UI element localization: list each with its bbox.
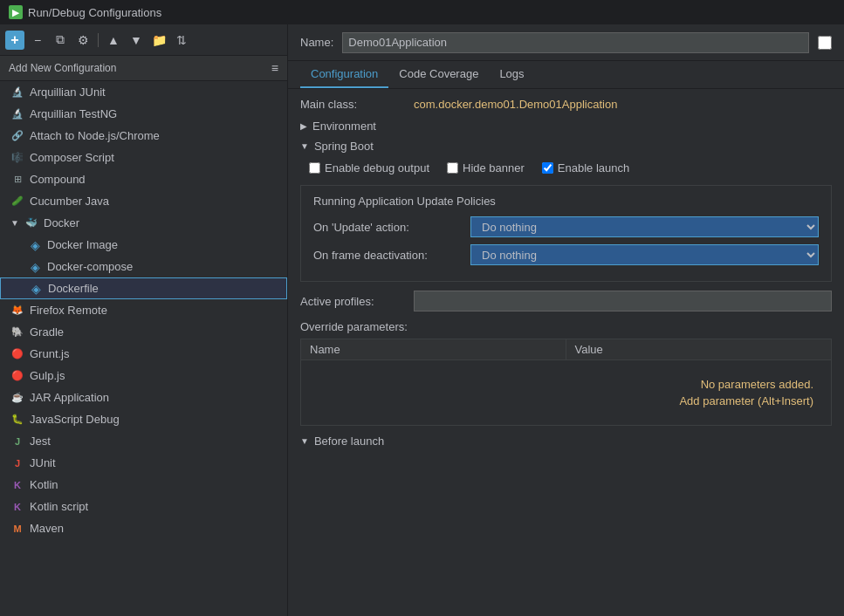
sidebar-item-firefox-remote[interactable]: 🦊 Firefox Remote	[0, 299, 287, 321]
spring-boot-arrow: ▼	[300, 141, 309, 151]
arquillian-junit-icon: 🔬	[10, 86, 24, 99]
enable-debug-checkbox[interactable]	[309, 162, 320, 174]
sidebar-item-maven[interactable]: M Maven	[0, 517, 287, 539]
sidebar-item-jar-application[interactable]: ☕ JAR Application	[0, 387, 287, 408]
add-param-link[interactable]: Add parameter (Alt+Insert)	[319, 394, 813, 407]
settings-button[interactable]: ⚙	[73, 31, 93, 50]
sidebar-item-docker-compose[interactable]: ◈ Docker-compose	[0, 256, 287, 277]
sidebar-item-javascript-debug[interactable]: 🐛 JavaScript Debug	[0, 408, 287, 430]
tab-logs[interactable]: Logs	[489, 61, 534, 88]
maven-icon: M	[10, 522, 24, 536]
sidebar-item-grunt[interactable]: 🔴 Grunt.js	[0, 343, 287, 365]
title-bar: ▶ Run/Debug Configurations	[0, 0, 844, 24]
sidebar-item-junit[interactable]: J JUnit	[0, 452, 287, 474]
separator	[98, 33, 99, 47]
params-empty-area: No parameters added. Add parameter (Alt+…	[301, 360, 831, 425]
environment-label: Environment	[312, 120, 376, 133]
sidebar-item-label: Arquillian TestNG	[30, 107, 117, 120]
sidebar-item-label: Firefox Remote	[30, 304, 107, 317]
environment-section[interactable]: ▶ Environment	[300, 120, 832, 133]
sidebar-item-dockerfile[interactable]: ◈ Dockerfile	[0, 277, 287, 299]
override-params-section: Override parameters: Name Value No param…	[300, 320, 832, 426]
add-config-button[interactable]: +	[5, 31, 24, 50]
jar-icon: ☕	[10, 391, 24, 405]
sidebar-item-label: Kotlin	[30, 478, 58, 491]
update-action-dropdown[interactable]: Do nothing	[470, 216, 819, 237]
sidebar-item-label: Grunt.js	[30, 347, 70, 360]
frame-deactivation-row: On frame deactivation: Do nothing	[313, 244, 819, 265]
app-icon: ▶	[9, 5, 23, 19]
value-column-header: Value	[566, 339, 832, 359]
environment-arrow: ▶	[300, 121, 307, 131]
sidebar-item-docker[interactable]: ▼ 🐳 Docker	[0, 212, 287, 234]
tabs-bar: Configuration Code Coverage Logs	[288, 61, 844, 89]
firefox-icon: 🦊	[10, 304, 24, 318]
sidebar-item-arquillian-junit[interactable]: 🔬 Arquillian JUnit	[0, 81, 287, 103]
junit-icon: J	[10, 456, 24, 470]
sidebar-item-kotlin[interactable]: K Kotlin	[0, 474, 287, 496]
tab-configuration[interactable]: Configuration	[300, 61, 388, 88]
spring-boot-label: Spring Boot	[314, 140, 374, 153]
enable-launch-checkbox[interactable]	[542, 162, 553, 174]
before-launch-label: Before launch	[314, 435, 384, 448]
main-class-label: Main class:	[300, 98, 405, 111]
enable-debug-option[interactable]: Enable debug output	[309, 161, 429, 175]
sort-button[interactable]: ⇅	[172, 31, 191, 50]
spring-boot-header[interactable]: ▼ Spring Boot	[300, 140, 832, 153]
sidebar-item-gulp[interactable]: 🔴 Gulp.js	[0, 365, 287, 387]
sidebar-item-label: Composer Script	[30, 151, 114, 164]
hide-banner-option[interactable]: Hide banner	[447, 161, 525, 175]
before-launch-section[interactable]: ▼ Before launch	[300, 435, 832, 448]
move-down-button[interactable]: ▼	[127, 31, 146, 50]
sidebar-item-label: JAR Application	[30, 391, 109, 404]
sidebar-item-label: Cucumber Java	[30, 195, 109, 208]
active-profiles-input[interactable]	[414, 291, 832, 311]
window-title: Run/Debug Configurations	[28, 6, 161, 19]
update-action-label: On 'Update' action:	[313, 221, 462, 234]
jest-icon: J	[10, 435, 24, 448]
hide-banner-label: Hide banner	[463, 161, 525, 175]
frame-deactivation-label: On frame deactivation:	[313, 249, 462, 262]
name-input[interactable]	[342, 32, 809, 53]
policies-section: Running Application Update Policies On '…	[300, 185, 832, 282]
sidebar-item-label: Attach to Node.js/Chrome	[30, 129, 160, 142]
frame-deactivation-dropdown[interactable]: Do nothing	[470, 244, 819, 265]
sidebar-item-docker-image[interactable]: ◈ Docker Image	[0, 234, 287, 256]
tree-list[interactable]: 🔬 Arquillian JUnit 🔬 Arquillian TestNG 🔗…	[0, 81, 287, 616]
name-label: Name:	[300, 36, 333, 49]
sidebar-item-arquillian-testng[interactable]: 🔬 Arquillian TestNG	[0, 103, 287, 125]
sidebar-item-cucumber-java[interactable]: 🥒 Cucumber Java	[0, 190, 287, 212]
sidebar-item-compound[interactable]: ⊞ Compound	[0, 168, 287, 190]
copy-config-button[interactable]: ⧉	[51, 31, 70, 50]
sidebar-item-label: Docker	[44, 216, 79, 229]
override-params-label: Override parameters:	[300, 320, 832, 333]
sidebar-item-label: Kotlin script	[30, 500, 88, 513]
sidebar-item-label: Gradle	[30, 325, 64, 339]
sidebar-item-attach-nodejs[interactable]: 🔗 Attach to Node.js/Chrome	[0, 125, 287, 147]
hide-banner-checkbox[interactable]	[447, 162, 458, 174]
kotlin-script-icon: K	[10, 500, 24, 514]
content-area: Main class: com.docker.demo01.Demo01Appl…	[288, 89, 844, 616]
left-panel: + − ⧉ ⚙ ▲ ▼ 📁 ⇅ Add New Configuration ≡ …	[0, 24, 288, 616]
move-up-button[interactable]: ▲	[104, 31, 123, 50]
policies-title: Running Application Update Policies	[313, 195, 819, 208]
sidebar-item-composer-script[interactable]: 🎼 Composer Script	[0, 147, 287, 168]
config-header-label: Add New Configuration	[9, 62, 116, 74]
remove-config-button[interactable]: −	[28, 31, 47, 50]
sidebar-item-kotlin-script[interactable]: K Kotlin script	[0, 496, 287, 517]
config-header: Add New Configuration ≡	[0, 56, 287, 81]
main-class-row: Main class: com.docker.demo01.Demo01Appl…	[300, 98, 832, 111]
sidebar-item-label: Dockerfile	[48, 282, 99, 295]
enable-launch-option[interactable]: Enable launch	[542, 161, 629, 175]
tab-code-coverage[interactable]: Code Coverage	[388, 61, 489, 88]
main-class-value: com.docker.demo01.Demo01Application	[414, 98, 617, 111]
allow-parallel-checkbox[interactable]	[818, 36, 832, 50]
kotlin-icon: K	[10, 478, 24, 492]
docker-image-icon: ◈	[28, 238, 42, 252]
folder-button[interactable]: 📁	[149, 31, 168, 50]
before-launch-arrow: ▼	[300, 436, 309, 446]
sidebar-item-jest[interactable]: J Jest	[0, 430, 287, 452]
sidebar-item-gradle[interactable]: 🐘 Gradle	[0, 321, 287, 343]
sidebar-item-label: Docker-compose	[47, 260, 133, 273]
sidebar-item-label: JUnit	[30, 456, 56, 469]
